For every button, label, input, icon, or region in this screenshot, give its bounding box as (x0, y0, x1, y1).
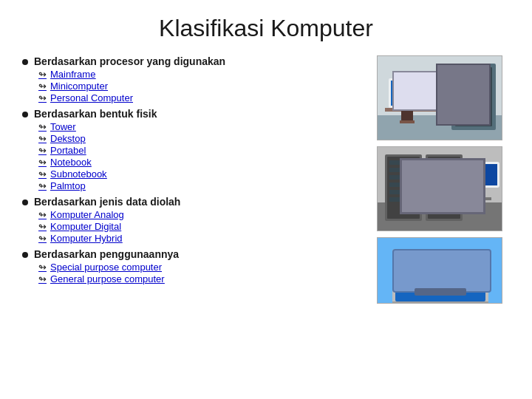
svg-rect-41 (395, 252, 485, 301)
list-item[interactable]: ↬ Notebook (38, 157, 362, 168)
list-item[interactable]: ↬ Subnotebook (38, 168, 362, 180)
svg-rect-47 (433, 264, 448, 274)
item-text: Subnotebook (50, 168, 107, 180)
arrow-icon: ↬ (38, 262, 47, 273)
list-item[interactable]: ↬ Minicomputer (38, 81, 362, 92)
sub-items-3: ↬ Komputer Analog ↬ Komputer Digital ↬ K… (38, 209, 362, 244)
svg-rect-9 (457, 106, 490, 112)
list-item[interactable]: ↬ Dekstop (38, 133, 362, 144)
item-text: Tower (50, 121, 76, 132)
svg-rect-30 (430, 168, 458, 172)
computer-image-1 (377, 55, 502, 140)
content-area: Berdasarkan procesor yang digunakan ↬ Ma… (22, 55, 510, 304)
bullet-section-2: Berdasarkan bentuk fisik ↬ Tower ↬ Dekst… (22, 108, 362, 191)
item-text: Mainframe (50, 69, 95, 80)
item-text: Personal Computer (50, 92, 133, 103)
svg-rect-23 (389, 175, 417, 180)
arrow-icon: ↬ (38, 209, 47, 220)
svg-rect-27 (426, 154, 463, 221)
images-section: VAIO (377, 55, 510, 304)
slide-page: Klasifikasi Komputer Berdasarkan proceso… (0, 0, 532, 399)
arrow-icon: ↬ (38, 145, 47, 156)
svg-rect-42 (400, 256, 444, 260)
list-item[interactable]: ↬ Komputer Analog (38, 209, 362, 220)
bullet-section-1: Berdasarkan procesor yang digunakan ↬ Ma… (22, 55, 362, 103)
sub-items-2: ↬ Tower ↬ Dekstop ↬ Portabel ↬ Notebook (38, 121, 362, 191)
bullet-dot-1 (22, 59, 28, 65)
bullet-dot-4 (22, 252, 28, 258)
list-item[interactable]: ↬ Palmtop (38, 180, 362, 191)
svg-rect-4 (455, 67, 492, 126)
svg-text:VAIO: VAIO (432, 265, 449, 273)
svg-rect-32 (430, 183, 458, 187)
svg-point-13 (401, 95, 413, 109)
svg-rect-21 (389, 160, 417, 165)
svg-rect-26 (389, 197, 417, 202)
arrow-icon: ↬ (38, 168, 47, 180)
svg-rect-34 (468, 164, 497, 185)
main-bullet-4: Berdasarkan penggunaannya (22, 248, 362, 260)
svg-rect-29 (430, 160, 458, 165)
item-text: Komputer Hybrid (50, 233, 123, 244)
list-item[interactable]: ↬ General purpose computer (38, 273, 362, 284)
svg-rect-11 (391, 81, 427, 106)
arrow-icon: ↬ (38, 157, 47, 168)
svg-rect-46 (392, 301, 488, 304)
item-text: Minicomputer (50, 81, 108, 92)
svg-rect-25 (389, 190, 417, 194)
main-bullet-3: Berdasarkan jenis data diolah (22, 196, 362, 208)
main-bullet-1: Berdasarkan procesor yang digunakan (22, 55, 362, 67)
arrow-icon: ↬ (38, 221, 47, 232)
computer-image-2 (377, 146, 502, 231)
list-item[interactable]: ↬ Special purpose computer (38, 262, 362, 273)
arrow-icon: ↬ (38, 92, 47, 103)
list-item[interactable]: ↬ Personal Computer (38, 92, 362, 103)
svg-rect-14 (401, 109, 413, 122)
bullet-dot-2 (22, 112, 28, 117)
page-title: Klasifikasi Komputer (22, 15, 510, 42)
svg-rect-22 (389, 168, 417, 172)
item-text: Komputer Digital (50, 221, 121, 232)
svg-rect-10 (389, 78, 429, 108)
svg-rect-44 (400, 267, 451, 270)
arrow-icon: ↬ (38, 180, 47, 191)
svg-rect-45 (392, 303, 488, 304)
arrow-icon: ↬ (38, 121, 47, 132)
list-item[interactable]: ↬ Mainframe (38, 69, 362, 80)
list-item[interactable]: ↬ Komputer Digital (38, 221, 362, 232)
svg-rect-24 (389, 183, 417, 187)
svg-rect-8 (457, 98, 490, 103)
arrow-icon: ↬ (38, 233, 47, 244)
svg-rect-15 (400, 120, 415, 123)
computer-image-3: VAIO (377, 237, 502, 304)
svg-rect-35 (480, 188, 485, 199)
arrow-icon: ↬ (38, 133, 47, 144)
main-bullet-2: Berdasarkan bentuk fisik (22, 108, 362, 120)
arrow-icon: ↬ (38, 273, 47, 284)
arrow-icon: ↬ (38, 69, 47, 80)
item-text: Portabel (50, 145, 86, 156)
list-item[interactable]: ↬ Tower (38, 121, 362, 132)
item-text: Komputer Analog (50, 209, 124, 220)
section-1-label: Berdasarkan procesor yang digunakan (34, 55, 225, 67)
svg-rect-6 (457, 80, 490, 86)
section-2-label: Berdasarkan bentuk fisik (34, 108, 157, 120)
svg-rect-1 (378, 56, 502, 115)
sub-items-1: ↬ Mainframe ↬ Minicomputer ↬ Personal Co… (38, 69, 362, 103)
arrow-icon: ↬ (38, 81, 47, 92)
item-text: General purpose computer (50, 273, 165, 284)
svg-rect-20 (387, 157, 420, 219)
list-item[interactable]: ↬ Komputer Hybrid (38, 233, 362, 244)
bullet-section-3: Berdasarkan jenis data diolah ↬ Komputer… (22, 196, 362, 244)
text-section: Berdasarkan procesor yang digunakan ↬ Ma… (22, 55, 369, 289)
bullet-dot-3 (22, 200, 28, 205)
list-item[interactable]: ↬ Portabel (38, 145, 362, 156)
sub-items-4: ↬ Special purpose computer ↬ General pur… (38, 262, 362, 284)
section-4-label: Berdasarkan penggunaannya (34, 248, 179, 260)
section-3-label: Berdasarkan jenis data diolah (34, 196, 180, 208)
svg-rect-5 (457, 71, 490, 77)
svg-rect-43 (400, 262, 459, 265)
svg-rect-28 (428, 157, 460, 219)
svg-rect-7 (457, 89, 490, 95)
item-text: Special purpose computer (50, 262, 162, 273)
